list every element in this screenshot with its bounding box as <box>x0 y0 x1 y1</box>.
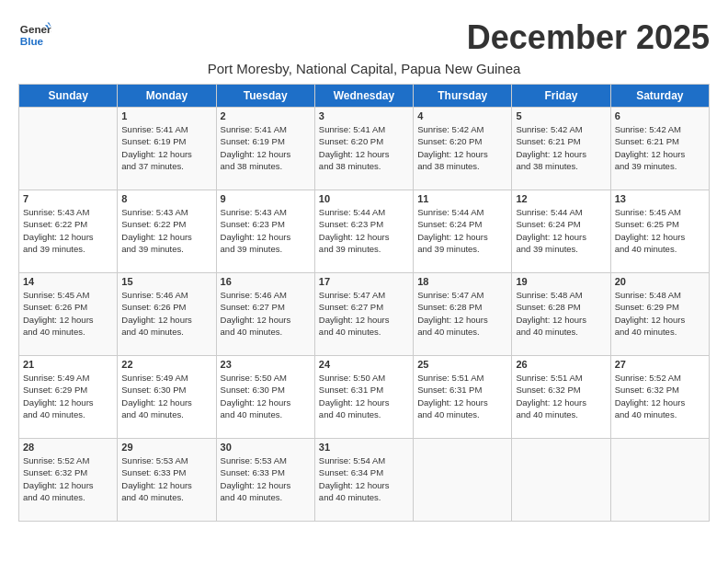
calendar-cell: 28Sunrise: 5:52 AM Sunset: 6:32 PM Dayli… <box>19 439 118 522</box>
day-info: Sunrise: 5:45 AM Sunset: 6:26 PM Dayligh… <box>23 289 113 338</box>
day-number: 22 <box>121 359 211 370</box>
day-number: 18 <box>417 276 507 287</box>
day-info: Sunrise: 5:41 AM Sunset: 6:20 PM Dayligh… <box>319 123 409 172</box>
day-info: Sunrise: 5:41 AM Sunset: 6:19 PM Dayligh… <box>221 123 311 172</box>
day-number: 15 <box>121 276 211 287</box>
calendar-week-row: 1Sunrise: 5:41 AM Sunset: 6:19 PM Daylig… <box>19 108 710 190</box>
calendar-cell: 14Sunrise: 5:45 AM Sunset: 6:26 PM Dayli… <box>19 273 118 356</box>
day-number: 13 <box>615 193 705 204</box>
day-info: Sunrise: 5:52 AM Sunset: 6:32 PM Dayligh… <box>615 372 705 420</box>
page-header: General Blue December 2025 <box>18 18 710 57</box>
day-number: 4 <box>417 110 507 121</box>
calendar-cell: 24Sunrise: 5:50 AM Sunset: 6:31 PM Dayli… <box>314 356 413 439</box>
day-info: Sunrise: 5:43 AM Sunset: 6:22 PM Dayligh… <box>121 206 211 255</box>
day-number: 5 <box>516 110 606 121</box>
svg-text:General: General <box>20 23 51 35</box>
day-info: Sunrise: 5:41 AM Sunset: 6:19 PM Dayligh… <box>121 123 211 172</box>
day-number: 21 <box>23 359 113 370</box>
calendar-cell: 30Sunrise: 5:53 AM Sunset: 6:33 PM Dayli… <box>216 439 314 522</box>
day-number: 14 <box>23 276 113 287</box>
day-info: Sunrise: 5:43 AM Sunset: 6:22 PM Dayligh… <box>23 206 113 255</box>
day-info: Sunrise: 5:51 AM Sunset: 6:32 PM Dayligh… <box>516 372 606 420</box>
calendar-week-row: 21Sunrise: 5:49 AM Sunset: 6:29 PM Dayli… <box>19 356 710 439</box>
day-info: Sunrise: 5:47 AM Sunset: 6:28 PM Dayligh… <box>417 289 507 338</box>
calendar-cell: 18Sunrise: 5:47 AM Sunset: 6:28 PM Dayli… <box>414 273 512 356</box>
day-info: Sunrise: 5:53 AM Sunset: 6:33 PM Dayligh… <box>121 454 211 503</box>
month-title: December 2025 <box>467 18 710 57</box>
calendar-cell: 3Sunrise: 5:41 AM Sunset: 6:20 PM Daylig… <box>314 108 413 190</box>
day-info: Sunrise: 5:42 AM Sunset: 6:20 PM Dayligh… <box>417 123 507 172</box>
day-number: 10 <box>319 193 409 204</box>
day-info: Sunrise: 5:43 AM Sunset: 6:23 PM Dayligh… <box>221 206 311 255</box>
calendar-cell: 9Sunrise: 5:43 AM Sunset: 6:23 PM Daylig… <box>216 190 314 273</box>
day-number: 9 <box>221 193 311 204</box>
calendar-cell <box>414 439 512 522</box>
day-number: 3 <box>319 110 409 121</box>
day-number: 31 <box>319 442 409 453</box>
day-number: 30 <box>221 442 311 453</box>
logo-icon: General Blue <box>18 18 51 52</box>
calendar-table: SundayMondayTuesdayWednesdayThursdayFrid… <box>18 84 710 522</box>
day-number: 23 <box>221 359 311 370</box>
day-number: 16 <box>221 276 311 287</box>
calendar-cell: 5Sunrise: 5:42 AM Sunset: 6:21 PM Daylig… <box>512 108 610 190</box>
calendar-cell: 11Sunrise: 5:44 AM Sunset: 6:24 PM Dayli… <box>414 190 512 273</box>
location-title: Port Moresby, National Capital, Papua Ne… <box>18 61 710 76</box>
weekday-header-row: SundayMondayTuesdayWednesdayThursdayFrid… <box>19 85 710 108</box>
weekday-header-cell: Thursday <box>414 85 512 108</box>
day-number: 27 <box>615 359 705 370</box>
day-info: Sunrise: 5:42 AM Sunset: 6:21 PM Dayligh… <box>615 123 705 172</box>
day-info: Sunrise: 5:46 AM Sunset: 6:26 PM Dayligh… <box>121 289 211 338</box>
day-info: Sunrise: 5:47 AM Sunset: 6:27 PM Dayligh… <box>319 289 409 338</box>
day-info: Sunrise: 5:42 AM Sunset: 6:21 PM Dayligh… <box>516 123 606 172</box>
day-number: 20 <box>615 276 705 287</box>
day-info: Sunrise: 5:49 AM Sunset: 6:30 PM Dayligh… <box>121 372 211 420</box>
day-info: Sunrise: 5:44 AM Sunset: 6:23 PM Dayligh… <box>319 206 409 255</box>
calendar-cell <box>19 108 118 190</box>
calendar-cell: 7Sunrise: 5:43 AM Sunset: 6:22 PM Daylig… <box>19 190 118 273</box>
day-number: 24 <box>319 359 409 370</box>
day-info: Sunrise: 5:50 AM Sunset: 6:30 PM Dayligh… <box>221 372 311 420</box>
calendar-cell: 6Sunrise: 5:42 AM Sunset: 6:21 PM Daylig… <box>610 108 709 190</box>
day-number: 29 <box>121 442 211 453</box>
calendar-cell: 2Sunrise: 5:41 AM Sunset: 6:19 PM Daylig… <box>216 108 314 190</box>
calendar-week-row: 28Sunrise: 5:52 AM Sunset: 6:32 PM Dayli… <box>19 439 710 522</box>
logo: General Blue <box>18 18 51 52</box>
calendar-week-row: 14Sunrise: 5:45 AM Sunset: 6:26 PM Dayli… <box>19 273 710 356</box>
calendar-cell <box>610 439 709 522</box>
svg-text:Blue: Blue <box>20 35 44 47</box>
day-number: 8 <box>121 193 211 204</box>
day-info: Sunrise: 5:49 AM Sunset: 6:29 PM Dayligh… <box>23 372 113 420</box>
day-number: 25 <box>417 359 507 370</box>
weekday-header-cell: Friday <box>512 85 610 108</box>
calendar-cell: 29Sunrise: 5:53 AM Sunset: 6:33 PM Dayli… <box>118 439 216 522</box>
day-number: 28 <box>23 442 113 453</box>
calendar-cell: 27Sunrise: 5:52 AM Sunset: 6:32 PM Dayli… <box>610 356 709 439</box>
day-info: Sunrise: 5:46 AM Sunset: 6:27 PM Dayligh… <box>221 289 311 338</box>
day-info: Sunrise: 5:54 AM Sunset: 6:34 PM Dayligh… <box>319 454 409 503</box>
calendar-cell: 22Sunrise: 5:49 AM Sunset: 6:30 PM Dayli… <box>118 356 216 439</box>
day-info: Sunrise: 5:53 AM Sunset: 6:33 PM Dayligh… <box>221 454 311 503</box>
day-info: Sunrise: 5:45 AM Sunset: 6:25 PM Dayligh… <box>615 206 705 255</box>
day-info: Sunrise: 5:48 AM Sunset: 6:29 PM Dayligh… <box>615 289 705 338</box>
day-info: Sunrise: 5:44 AM Sunset: 6:24 PM Dayligh… <box>516 206 606 255</box>
calendar-cell: 20Sunrise: 5:48 AM Sunset: 6:29 PM Dayli… <box>610 273 709 356</box>
weekday-header-cell: Saturday <box>610 85 709 108</box>
calendar-cell: 8Sunrise: 5:43 AM Sunset: 6:22 PM Daylig… <box>118 190 216 273</box>
calendar-cell: 1Sunrise: 5:41 AM Sunset: 6:19 PM Daylig… <box>118 108 216 190</box>
calendar-cell: 17Sunrise: 5:47 AM Sunset: 6:27 PM Dayli… <box>314 273 413 356</box>
calendar-body: 1Sunrise: 5:41 AM Sunset: 6:19 PM Daylig… <box>19 108 710 522</box>
weekday-header-cell: Sunday <box>19 85 118 108</box>
calendar-cell: 13Sunrise: 5:45 AM Sunset: 6:25 PM Dayli… <box>610 190 709 273</box>
weekday-header-cell: Monday <box>118 85 216 108</box>
calendar-cell: 26Sunrise: 5:51 AM Sunset: 6:32 PM Dayli… <box>512 356 610 439</box>
calendar-cell: 12Sunrise: 5:44 AM Sunset: 6:24 PM Dayli… <box>512 190 610 273</box>
day-number: 2 <box>221 110 311 121</box>
calendar-week-row: 7Sunrise: 5:43 AM Sunset: 6:22 PM Daylig… <box>19 190 710 273</box>
day-number: 1 <box>121 110 211 121</box>
day-info: Sunrise: 5:50 AM Sunset: 6:31 PM Dayligh… <box>319 372 409 420</box>
calendar-cell: 31Sunrise: 5:54 AM Sunset: 6:34 PM Dayli… <box>314 439 413 522</box>
day-number: 7 <box>23 193 113 204</box>
day-number: 12 <box>516 193 606 204</box>
day-info: Sunrise: 5:52 AM Sunset: 6:32 PM Dayligh… <box>23 454 113 503</box>
